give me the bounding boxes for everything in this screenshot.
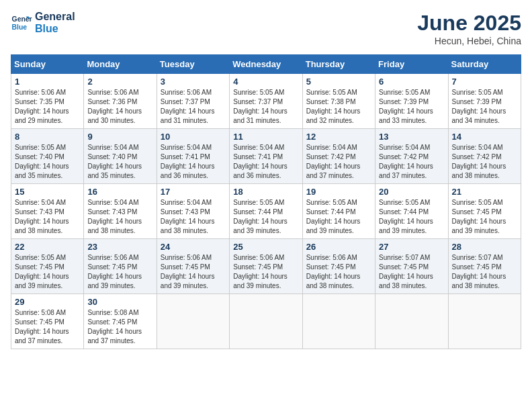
- calendar-cell: 14Sunrise: 5:04 AMSunset: 7:42 PMDayligh…: [448, 129, 521, 184]
- header-friday: Friday: [375, 55, 448, 74]
- day-number: 10: [161, 132, 226, 142]
- calendar-cell: 27Sunrise: 5:07 AMSunset: 7:45 PMDayligh…: [375, 239, 448, 294]
- day-number: 1: [15, 77, 80, 87]
- calendar-cell: [230, 294, 302, 349]
- day-number: 22: [15, 242, 80, 252]
- day-info: Sunrise: 5:05 AMSunset: 7:45 PMDaylight:…: [15, 253, 80, 291]
- calendar-cell: 24Sunrise: 5:06 AMSunset: 7:45 PMDayligh…: [157, 239, 229, 294]
- day-info: Sunrise: 5:04 AMSunset: 7:42 PMDaylight:…: [379, 143, 444, 181]
- day-number: 27: [379, 242, 444, 252]
- calendar-cell: 29Sunrise: 5:08 AMSunset: 7:45 PMDayligh…: [11, 294, 84, 349]
- calendar-cell: 13Sunrise: 5:04 AMSunset: 7:42 PMDayligh…: [375, 129, 448, 184]
- day-number: 30: [87, 297, 152, 307]
- calendar-subtitle: Hecun, Hebei, China: [417, 36, 521, 46]
- day-info: Sunrise: 5:05 AMSunset: 7:39 PMDaylight:…: [452, 88, 517, 126]
- day-number: 14: [452, 132, 517, 142]
- day-info: Sunrise: 5:04 AMSunset: 7:43 PMDaylight:…: [161, 198, 226, 236]
- calendar-cell: 2Sunrise: 5:06 AMSunset: 7:36 PMDaylight…: [84, 74, 157, 129]
- logo-text-general: General: [35, 11, 75, 23]
- day-info: Sunrise: 5:06 AMSunset: 7:35 PMDaylight:…: [15, 88, 80, 126]
- header-thursday: Thursday: [302, 55, 375, 74]
- day-number: 3: [161, 77, 226, 87]
- day-info: Sunrise: 5:06 AMSunset: 7:45 PMDaylight:…: [233, 253, 298, 291]
- title-block: June 2025 Hecun, Hebei, China: [417, 11, 521, 46]
- day-info: Sunrise: 5:06 AMSunset: 7:37 PMDaylight:…: [161, 88, 226, 126]
- calendar-cell: 1Sunrise: 5:06 AMSunset: 7:35 PMDaylight…: [11, 74, 84, 129]
- calendar-cell: 11Sunrise: 5:04 AMSunset: 7:41 PMDayligh…: [230, 129, 302, 184]
- day-info: Sunrise: 5:05 AMSunset: 7:37 PMDaylight:…: [233, 88, 298, 126]
- day-number: 12: [306, 132, 371, 142]
- calendar-cell: 16Sunrise: 5:04 AMSunset: 7:43 PMDayligh…: [84, 184, 157, 239]
- day-number: 15: [15, 187, 80, 197]
- day-number: 9: [87, 132, 152, 142]
- day-number: 20: [379, 187, 444, 197]
- day-number: 2: [87, 77, 152, 87]
- calendar-cell: 19Sunrise: 5:05 AMSunset: 7:44 PMDayligh…: [302, 184, 375, 239]
- day-number: 7: [452, 77, 517, 87]
- logo: General Blue General Blue: [11, 11, 75, 34]
- calendar-week-3: 15Sunrise: 5:04 AMSunset: 7:43 PMDayligh…: [11, 184, 521, 239]
- calendar-table: SundayMondayTuesdayWednesdayThursdayFrid…: [11, 54, 521, 349]
- calendar-cell: 23Sunrise: 5:06 AMSunset: 7:45 PMDayligh…: [84, 239, 157, 294]
- calendar-cell: 3Sunrise: 5:06 AMSunset: 7:37 PMDaylight…: [157, 74, 229, 129]
- calendar-cell: 15Sunrise: 5:04 AMSunset: 7:43 PMDayligh…: [11, 184, 84, 239]
- day-info: Sunrise: 5:06 AMSunset: 7:45 PMDaylight:…: [161, 253, 226, 291]
- day-number: 29: [15, 297, 80, 307]
- day-number: 17: [161, 187, 226, 197]
- day-number: 19: [306, 187, 371, 197]
- day-info: Sunrise: 5:08 AMSunset: 7:45 PMDaylight:…: [87, 308, 152, 346]
- day-info: Sunrise: 5:05 AMSunset: 7:39 PMDaylight:…: [379, 88, 444, 126]
- calendar-week-4: 22Sunrise: 5:05 AMSunset: 7:45 PMDayligh…: [11, 239, 521, 294]
- day-info: Sunrise: 5:08 AMSunset: 7:45 PMDaylight:…: [15, 308, 80, 346]
- day-number: 11: [233, 132, 298, 142]
- day-number: 28: [452, 242, 517, 252]
- day-number: 13: [379, 132, 444, 142]
- calendar-cell: 5Sunrise: 5:05 AMSunset: 7:38 PMDaylight…: [302, 74, 375, 129]
- calendar-cell: [302, 294, 375, 349]
- day-info: Sunrise: 5:04 AMSunset: 7:41 PMDaylight:…: [161, 143, 226, 181]
- day-info: Sunrise: 5:06 AMSunset: 7:36 PMDaylight:…: [87, 88, 152, 126]
- calendar-cell: 20Sunrise: 5:05 AMSunset: 7:44 PMDayligh…: [375, 184, 448, 239]
- day-info: Sunrise: 5:07 AMSunset: 7:45 PMDaylight:…: [379, 253, 444, 291]
- day-info: Sunrise: 5:05 AMSunset: 7:44 PMDaylight:…: [306, 198, 371, 236]
- header-sunday: Sunday: [11, 55, 84, 74]
- header-tuesday: Tuesday: [157, 55, 229, 74]
- calendar-cell: [375, 294, 448, 349]
- calendar-cell: [448, 294, 521, 349]
- calendar-cell: 25Sunrise: 5:06 AMSunset: 7:45 PMDayligh…: [230, 239, 302, 294]
- calendar-cell: 18Sunrise: 5:05 AMSunset: 7:44 PMDayligh…: [230, 184, 302, 239]
- calendar-cell: 12Sunrise: 5:04 AMSunset: 7:42 PMDayligh…: [302, 129, 375, 184]
- header-saturday: Saturday: [448, 55, 521, 74]
- calendar-week-1: 1Sunrise: 5:06 AMSunset: 7:35 PMDaylight…: [11, 74, 521, 129]
- header-monday: Monday: [84, 55, 157, 74]
- calendar-cell: 7Sunrise: 5:05 AMSunset: 7:39 PMDaylight…: [448, 74, 521, 129]
- day-info: Sunrise: 5:04 AMSunset: 7:43 PMDaylight:…: [87, 198, 152, 236]
- day-info: Sunrise: 5:04 AMSunset: 7:43 PMDaylight:…: [15, 198, 80, 236]
- day-number: 24: [161, 242, 226, 252]
- calendar-week-5: 29Sunrise: 5:08 AMSunset: 7:45 PMDayligh…: [11, 294, 521, 349]
- calendar-cell: 6Sunrise: 5:05 AMSunset: 7:39 PMDaylight…: [375, 74, 448, 129]
- logo-icon: General Blue: [11, 12, 32, 34]
- calendar-title: June 2025: [417, 11, 521, 36]
- calendar-cell: 8Sunrise: 5:05 AMSunset: 7:40 PMDaylight…: [11, 129, 84, 184]
- day-info: Sunrise: 5:07 AMSunset: 7:45 PMDaylight:…: [452, 253, 517, 291]
- header-row: SundayMondayTuesdayWednesdayThursdayFrid…: [11, 55, 521, 74]
- day-info: Sunrise: 5:04 AMSunset: 7:41 PMDaylight:…: [233, 143, 298, 181]
- day-number: 25: [233, 242, 298, 252]
- day-number: 4: [233, 77, 298, 87]
- day-number: 18: [233, 187, 298, 197]
- calendar-cell: 10Sunrise: 5:04 AMSunset: 7:41 PMDayligh…: [157, 129, 229, 184]
- calendar-cell: 4Sunrise: 5:05 AMSunset: 7:37 PMDaylight…: [230, 74, 302, 129]
- calendar-cell: 21Sunrise: 5:05 AMSunset: 7:45 PMDayligh…: [448, 184, 521, 239]
- svg-text:General: General: [12, 15, 32, 23]
- page-header: General Blue General Blue June 2025 Hecu…: [11, 11, 521, 46]
- day-number: 8: [15, 132, 80, 142]
- day-info: Sunrise: 5:05 AMSunset: 7:44 PMDaylight:…: [233, 198, 298, 236]
- day-number: 26: [306, 242, 371, 252]
- day-info: Sunrise: 5:04 AMSunset: 7:42 PMDaylight:…: [452, 143, 517, 181]
- day-info: Sunrise: 5:06 AMSunset: 7:45 PMDaylight:…: [87, 253, 152, 291]
- calendar-cell: 17Sunrise: 5:04 AMSunset: 7:43 PMDayligh…: [157, 184, 229, 239]
- day-info: Sunrise: 5:05 AMSunset: 7:40 PMDaylight:…: [15, 143, 80, 181]
- calendar-cell: 9Sunrise: 5:04 AMSunset: 7:40 PMDaylight…: [84, 129, 157, 184]
- calendar-cell: 26Sunrise: 5:06 AMSunset: 7:45 PMDayligh…: [302, 239, 375, 294]
